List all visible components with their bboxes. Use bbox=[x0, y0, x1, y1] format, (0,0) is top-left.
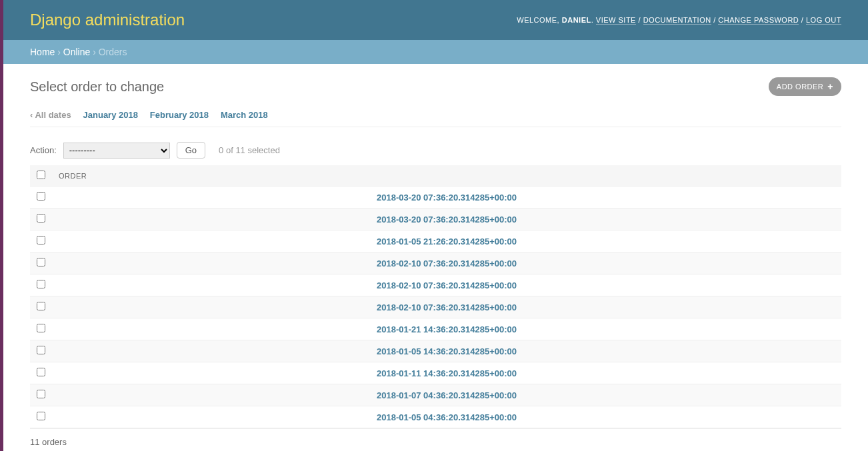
row-link-cell: 2018-02-10 07:36:20.314285+00:00 bbox=[52, 296, 841, 318]
row-check-cell bbox=[30, 406, 52, 428]
header: Django administration WELCOME, DANIEL. V… bbox=[3, 0, 868, 40]
row-checkbox[interactable] bbox=[37, 412, 45, 420]
table-row: 2018-01-11 14:36:20.314285+00:00 bbox=[30, 362, 841, 384]
action-select[interactable]: --------- bbox=[63, 143, 170, 159]
username: DANIEL bbox=[562, 16, 591, 24]
row-checkbox[interactable] bbox=[37, 236, 45, 244]
row-link-cell: 2018-01-07 04:36:20.314285+00:00 bbox=[52, 384, 841, 406]
row-link-cell: 2018-01-21 14:36:20.314285+00:00 bbox=[52, 318, 841, 340]
table-row: 2018-03-20 07:36:20.314285+00:00 bbox=[30, 187, 841, 209]
user-sep: . bbox=[591, 16, 596, 24]
date-hierarchy: ‹ All dates January 2018 February 2018 M… bbox=[30, 109, 841, 127]
log-out-link[interactable]: LOG OUT bbox=[806, 16, 841, 25]
order-link[interactable]: 2018-03-20 07:36:20.314285+00:00 bbox=[377, 215, 517, 225]
row-checkbox[interactable] bbox=[37, 390, 45, 398]
row-link-cell: 2018-02-10 07:36:20.314285+00:00 bbox=[52, 252, 841, 274]
action-counter: 0 of 11 selected bbox=[219, 145, 280, 155]
main-scroll-area: Django administration WELCOME, DANIEL. V… bbox=[3, 0, 868, 451]
add-order-button[interactable]: ADD ORDER + bbox=[769, 77, 841, 96]
go-button[interactable]: Go bbox=[177, 142, 205, 159]
row-checkbox[interactable] bbox=[37, 324, 45, 332]
user-tools: WELCOME, DANIEL. VIEW SITE / DOCUMENTATI… bbox=[517, 16, 841, 24]
row-check-cell bbox=[30, 384, 52, 406]
change-password-link[interactable]: CHANGE PASSWORD bbox=[718, 16, 799, 25]
table-row: 2018-02-10 07:36:20.314285+00:00 bbox=[30, 274, 841, 296]
row-checkbox[interactable] bbox=[37, 192, 45, 201]
row-link-cell: 2018-03-20 07:36:20.314285+00:00 bbox=[52, 187, 841, 209]
table-row: 2018-02-10 07:36:20.314285+00:00 bbox=[30, 296, 841, 318]
page-title: Select order to change bbox=[30, 79, 164, 95]
table-row: 2018-01-07 04:36:20.314285+00:00 bbox=[30, 384, 841, 406]
row-check-cell bbox=[30, 340, 52, 362]
row-checkbox[interactable] bbox=[37, 346, 45, 354]
table-row: 2018-01-05 21:26:20.314285+00:00 bbox=[30, 230, 841, 252]
row-checkbox[interactable] bbox=[37, 280, 45, 288]
order-link[interactable]: 2018-01-05 04:36:20.314285+00:00 bbox=[377, 412, 517, 422]
paginator: 11 orders bbox=[30, 428, 841, 451]
documentation-link[interactable]: DOCUMENTATION bbox=[643, 16, 711, 25]
results-table: ORDER 2018-03-20 07:36:20.314285+00:0020… bbox=[30, 165, 841, 428]
order-link[interactable]: 2018-02-10 07:36:20.314285+00:00 bbox=[377, 258, 517, 268]
breadcrumb-app[interactable]: Online bbox=[63, 47, 90, 57]
table-row: 2018-03-20 07:36:20.314285+00:00 bbox=[30, 209, 841, 230]
row-check-cell bbox=[30, 318, 52, 340]
order-link[interactable]: 2018-02-10 07:36:20.314285+00:00 bbox=[377, 280, 517, 290]
row-check-cell bbox=[30, 252, 52, 274]
row-link-cell: 2018-01-05 14:36:20.314285+00:00 bbox=[52, 340, 841, 362]
row-link-cell: 2018-03-20 07:36:20.314285+00:00 bbox=[52, 209, 841, 230]
table-row: 2018-01-05 04:36:20.314285+00:00 bbox=[30, 406, 841, 428]
date-link[interactable]: March 2018 bbox=[221, 110, 268, 120]
table-row: 2018-02-10 07:36:20.314285+00:00 bbox=[30, 252, 841, 274]
order-link[interactable]: 2018-01-07 04:36:20.314285+00:00 bbox=[377, 390, 517, 400]
row-check-cell bbox=[30, 274, 52, 296]
row-check-cell bbox=[30, 296, 52, 318]
row-link-cell: 2018-01-05 21:26:20.314285+00:00 bbox=[52, 230, 841, 252]
view-site-link[interactable]: VIEW SITE bbox=[596, 16, 636, 25]
order-column-header[interactable]: ORDER bbox=[52, 165, 841, 187]
add-order-label: ADD ORDER bbox=[777, 83, 824, 91]
order-link[interactable]: 2018-01-05 14:36:20.314285+00:00 bbox=[377, 346, 517, 356]
row-link-cell: 2018-01-11 14:36:20.314285+00:00 bbox=[52, 362, 841, 384]
select-all-checkbox[interactable] bbox=[37, 171, 45, 179]
order-link[interactable]: 2018-02-10 07:36:20.314285+00:00 bbox=[377, 302, 517, 312]
site-name[interactable]: Django administration bbox=[30, 11, 185, 29]
order-link[interactable]: 2018-01-05 21:26:20.314285+00:00 bbox=[377, 236, 517, 246]
select-all-header bbox=[30, 165, 52, 187]
row-checkbox[interactable] bbox=[37, 258, 45, 266]
row-check-cell bbox=[30, 187, 52, 209]
action-label: Action: bbox=[30, 145, 57, 155]
plus-icon: + bbox=[827, 82, 833, 91]
order-link[interactable]: 2018-01-21 14:36:20.314285+00:00 bbox=[377, 324, 517, 334]
actions-bar: Action: --------- Go 0 of 11 selected bbox=[30, 135, 841, 165]
row-checkbox[interactable] bbox=[37, 214, 45, 223]
row-link-cell: 2018-02-10 07:36:20.314285+00:00 bbox=[52, 274, 841, 296]
welcome-text: WELCOME, bbox=[517, 16, 559, 24]
row-check-cell bbox=[30, 362, 52, 384]
date-back-link[interactable]: ‹ All dates bbox=[30, 110, 71, 120]
row-link-cell: 2018-01-05 04:36:20.314285+00:00 bbox=[52, 406, 841, 428]
row-check-cell bbox=[30, 209, 52, 230]
row-checkbox[interactable] bbox=[37, 302, 45, 310]
breadcrumb-current: Orders bbox=[99, 47, 127, 57]
table-row: 2018-01-05 14:36:20.314285+00:00 bbox=[30, 340, 841, 362]
breadcrumb: Home › Online › Orders bbox=[3, 40, 868, 64]
row-check-cell bbox=[30, 230, 52, 252]
row-checkbox[interactable] bbox=[37, 368, 45, 376]
order-link[interactable]: 2018-03-20 07:36:20.314285+00:00 bbox=[377, 193, 517, 203]
date-link[interactable]: January 2018 bbox=[83, 110, 138, 120]
order-link[interactable]: 2018-01-11 14:36:20.314285+00:00 bbox=[377, 368, 517, 378]
date-link[interactable]: February 2018 bbox=[150, 110, 209, 120]
breadcrumb-home[interactable]: Home bbox=[30, 47, 55, 57]
table-row: 2018-01-21 14:36:20.314285+00:00 bbox=[30, 318, 841, 340]
